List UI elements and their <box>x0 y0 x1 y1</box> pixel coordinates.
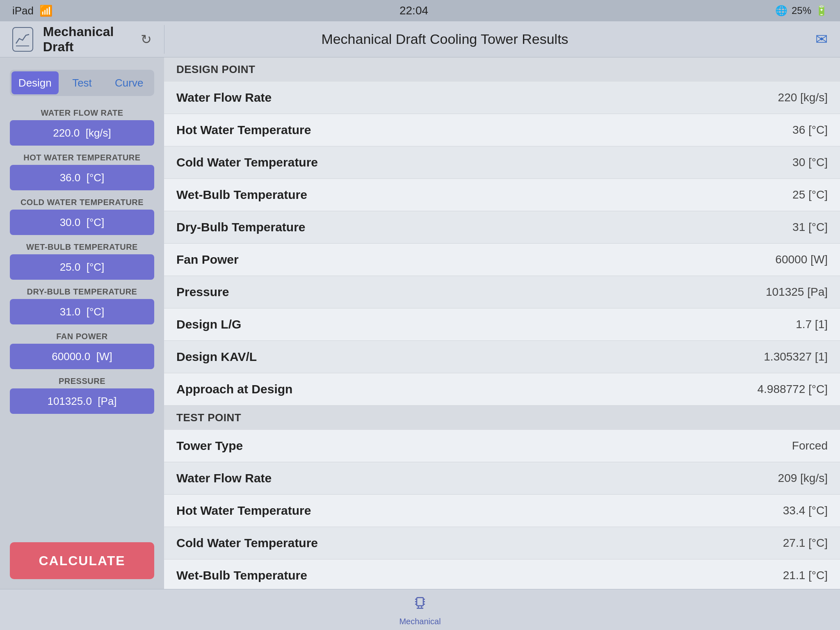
nav-center-title: Mechanical Draft Cooling Tower Results <box>164 31 725 47</box>
result-label: Water Flow Rate <box>176 471 272 485</box>
result-label: Water Flow Rate <box>176 91 272 105</box>
result-label: Hot Water Temperature <box>176 123 311 137</box>
mechanical-icon <box>411 593 429 615</box>
status-time: 22:04 <box>399 4 428 17</box>
label-pressure: PRESSURE <box>10 377 154 386</box>
table-row: Cold Water Temperature 27.1 [°C] <box>164 527 840 559</box>
field-hot-water-temp: HOT WATER TEMPERATURE <box>10 153 154 190</box>
label-dry-bulb-temp: DRY-BULB TEMPERATURE <box>10 287 154 297</box>
input-fan-power[interactable] <box>10 344 154 369</box>
label-hot-water-temp: HOT WATER TEMPERATURE <box>10 153 154 162</box>
refresh-icon[interactable]: ↻ <box>141 32 152 47</box>
result-value: 220 [kg/s] <box>778 91 828 104</box>
label-cold-water-temp: COLD WATER TEMPERATURE <box>10 198 154 207</box>
result-value: 60000 [W] <box>775 253 828 266</box>
left-panel: Design Test Curve WATER FLOW RATE HOT WA… <box>0 57 164 589</box>
table-row: Tower Type Forced <box>164 430 840 462</box>
globe-icon: 🌐 <box>775 5 788 16</box>
field-cold-water-temp: COLD WATER TEMPERATURE <box>10 198 154 235</box>
result-value: 36 [°C] <box>792 123 828 137</box>
field-pressure: PRESSURE <box>10 377 154 414</box>
table-row: Water Flow Rate 209 [kg/s] <box>164 462 840 495</box>
status-right: 🌐 25% 🔋 <box>775 5 828 16</box>
label-fan-power: FAN POWER <box>10 332 154 341</box>
input-dry-bulb-temp[interactable] <box>10 299 154 324</box>
design-point-header: DESIGN POINT <box>164 57 840 82</box>
input-cold-water-temp[interactable] <box>10 210 154 235</box>
result-label: Tower Type <box>176 439 243 453</box>
nav-title-left: Mechanical Draft <box>43 24 131 55</box>
table-row: Water Flow Rate 220 [kg/s] <box>164 82 840 114</box>
status-left: iPad 📶 <box>12 5 52 17</box>
app-logo <box>12 27 33 52</box>
result-value: 25 [°C] <box>792 188 828 201</box>
table-row: Pressure 101325 [Pa] <box>164 276 840 308</box>
label-wet-bulb-temp: WET-BULB TEMPERATURE <box>10 242 154 252</box>
tab-test[interactable]: Test <box>59 71 106 94</box>
field-water-flow-rate: WATER FLOW RATE <box>10 108 154 146</box>
result-value: 31 [°C] <box>792 221 828 234</box>
battery-percent: 25% <box>792 5 811 16</box>
result-value: 21.1 [°C] <box>783 569 828 582</box>
right-panel: DESIGN POINT Water Flow Rate 220 [kg/s] … <box>164 57 840 589</box>
tab-curve[interactable]: Curve <box>105 71 153 94</box>
nav-bar: Mechanical Draft ↻ Mechanical Draft Cool… <box>0 21 840 57</box>
email-icon[interactable]: ✉ <box>815 31 828 48</box>
result-label: Wet-Bulb Temperature <box>176 568 307 582</box>
nav-right-section: ✉ <box>725 31 840 48</box>
device-label: iPad <box>12 5 34 17</box>
table-row: Wet-Bulb Temperature 25 [°C] <box>164 179 840 211</box>
nav-left-section: Mechanical Draft ↻ <box>0 24 164 55</box>
result-label: Approach at Design <box>176 382 292 396</box>
input-water-flow-rate[interactable] <box>10 120 154 146</box>
battery-icon: 🔋 <box>815 5 828 16</box>
field-wet-bulb-temp: WET-BULB TEMPERATURE <box>10 242 154 280</box>
table-row: Hot Water Temperature 33.4 [°C] <box>164 495 840 527</box>
table-row: Dry-Bulb Temperature 31 [°C] <box>164 211 840 244</box>
status-bar: iPad 📶 22:04 🌐 25% 🔋 <box>0 0 840 21</box>
table-row: Wet-Bulb Temperature 21.1 [°C] <box>164 559 840 589</box>
input-hot-water-temp[interactable] <box>10 165 154 190</box>
field-fan-power: FAN POWER <box>10 332 154 369</box>
test-point-header: TEST POINT <box>164 406 840 430</box>
result-value: Forced <box>792 439 828 452</box>
label-water-flow-rate: WATER FLOW RATE <box>10 108 154 118</box>
tab-design[interactable]: Design <box>11 71 59 94</box>
result-value: 27.1 [°C] <box>783 536 828 550</box>
result-value: 1.305327 [1] <box>764 350 828 363</box>
result-label: Design KAV/L <box>176 350 257 364</box>
field-dry-bulb-temp: DRY-BULB TEMPERATURE <box>10 287 154 324</box>
table-row: Design L/G 1.7 [1] <box>164 308 840 341</box>
result-value: 101325 [Pa] <box>766 285 828 299</box>
calculate-button[interactable]: CALCULATE <box>10 542 154 579</box>
result-label: Fan Power <box>176 253 239 267</box>
result-label: Design L/G <box>176 317 241 331</box>
wifi-icon: 📶 <box>39 5 52 17</box>
result-label: Wet-Bulb Temperature <box>176 188 307 202</box>
tab-mechanical-label: Mechanical <box>399 617 441 626</box>
table-row: Hot Water Temperature 36 [°C] <box>164 114 840 146</box>
result-value: 1.7 [1] <box>796 318 828 331</box>
segmented-control: Design Test Curve <box>10 70 154 96</box>
result-value: 209 [kg/s] <box>778 472 828 485</box>
table-row: Design KAV/L 1.305327 [1] <box>164 341 840 373</box>
result-label: Cold Water Temperature <box>176 536 318 550</box>
result-label: Pressure <box>176 285 229 299</box>
tab-mechanical[interactable]: Mechanical <box>0 593 840 626</box>
result-label: Dry-Bulb Temperature <box>176 220 306 234</box>
input-wet-bulb-temp[interactable] <box>10 254 154 280</box>
svg-rect-1 <box>417 598 423 606</box>
result-label: Hot Water Temperature <box>176 504 311 518</box>
result-value: 30 [°C] <box>792 156 828 169</box>
result-label: Cold Water Temperature <box>176 155 318 169</box>
result-value: 33.4 [°C] <box>783 504 828 517</box>
result-value: 4.988772 [°C] <box>757 383 828 396</box>
table-row: Cold Water Temperature 30 [°C] <box>164 146 840 179</box>
table-row: Fan Power 60000 [W] <box>164 244 840 276</box>
tab-bar: Mechanical <box>0 589 840 630</box>
table-row: Approach at Design 4.988772 [°C] <box>164 373 840 406</box>
input-pressure[interactable] <box>10 388 154 414</box>
